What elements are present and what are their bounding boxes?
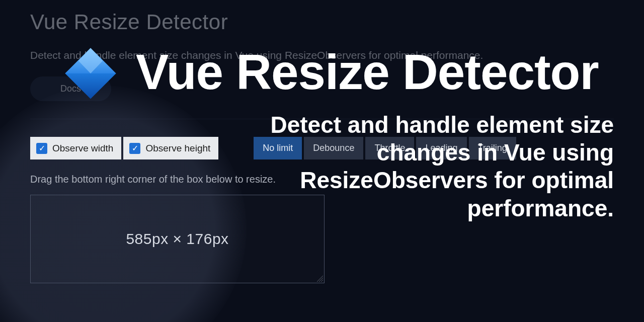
observe-height-label: Observe height	[145, 143, 210, 154]
observe-width-checkbox[interactable]: ✓ Observe width	[30, 137, 121, 159]
bg-subtitle: Detect and handle element size changes i…	[30, 49, 614, 61]
observe-height-checkbox[interactable]: ✓ Observe height	[123, 137, 218, 159]
observe-width-label: Observe width	[52, 143, 113, 154]
dimensions-readout: 585px × 176px	[126, 230, 228, 248]
check-icon: ✓	[36, 143, 47, 154]
tab-trailing[interactable]: Trailing	[469, 137, 516, 159]
checkbox-group: ✓ Observe width ✓ Observe height	[30, 137, 218, 159]
refresh-mode-tabs: No limit Debounce Throttle Leading Trail…	[254, 137, 516, 159]
tab-debounce[interactable]: Debounce	[304, 137, 363, 159]
bg-title: Vue Resize Detector	[30, 10, 614, 34]
resize-handle-icon[interactable]	[317, 276, 323, 282]
check-icon: ✓	[129, 143, 140, 154]
tab-no-limit[interactable]: No limit	[254, 137, 302, 159]
controls-row: ✓ Observe width ✓ Observe height No limi…	[30, 137, 614, 159]
tab-throttle[interactable]: Throttle	[365, 137, 414, 159]
resizable-box[interactable]: 585px × 176px	[30, 195, 325, 283]
tab-leading[interactable]: Leading	[416, 137, 466, 159]
drag-hint-text: Drag the bottom right corner of the box …	[30, 174, 276, 185]
